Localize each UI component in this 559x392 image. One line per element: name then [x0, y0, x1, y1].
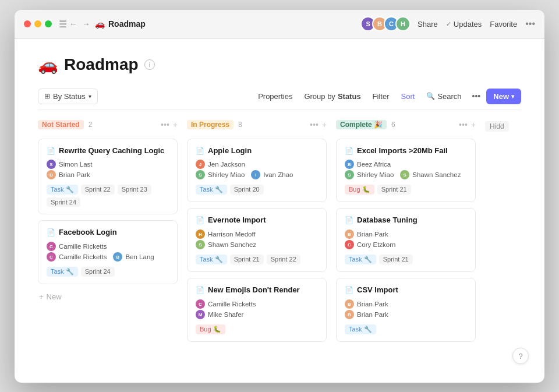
card-title: 📄 Evernote Import — [196, 216, 318, 225]
column-status-tag-in-progress: In Progress — [187, 120, 233, 129]
column-actions-not-started: ••• + — [161, 120, 178, 129]
card-title: 📄 Database Tuning — [345, 216, 467, 225]
filter-button[interactable]: Filter — [368, 89, 394, 104]
card-excel-imports[interactable]: 📄 Excel Imports >20Mb Fail B Beez Africa… — [336, 139, 476, 203]
person-avatar: S — [345, 170, 354, 179]
card-apple-login[interactable]: 📄 Apple Login J Jen Jackson S Shirley Mi… — [187, 139, 327, 203]
search-label: Search — [437, 92, 461, 101]
column-count-not-started: 2 — [89, 121, 93, 129]
properties-button[interactable]: Properties — [253, 89, 297, 104]
card-tags: Bug 🐛 — [196, 324, 318, 334]
plus-icon: + — [39, 292, 44, 301]
card-tags: Task 🔧 — [345, 324, 467, 334]
person-avatar: B — [345, 160, 354, 169]
sprint-tag: Sprint 22 — [81, 185, 115, 195]
person-name: Camille Ricketts — [59, 253, 107, 260]
group-by-button[interactable]: Group by Status — [299, 89, 365, 104]
titlebar-actions: Share ✓ Updates Favorite ••• — [418, 19, 535, 29]
avatar-4: H — [395, 16, 411, 31]
card-person-secondary: C Cory Etzkorn — [345, 240, 467, 249]
updates-button[interactable]: ✓ Updates — [446, 20, 482, 29]
new-chevron-icon: ▾ — [511, 93, 514, 100]
page-title: Roadmap — [64, 55, 139, 74]
minimize-button[interactable] — [34, 20, 41, 27]
chevron-down-icon: ▾ — [89, 93, 91, 100]
favorite-button[interactable]: Favorite — [490, 20, 517, 29]
person-name: Beez Africa — [357, 161, 391, 168]
card-tags: Bug 🐛 Sprint 21 — [345, 185, 467, 195]
column-actions-complete: ••• + — [459, 120, 476, 129]
add-new-label: New — [47, 292, 62, 301]
card-title-text: Database Tuning — [357, 216, 418, 225]
back-arrow-icon[interactable]: ← — [69, 19, 77, 29]
person-avatar: B — [345, 310, 354, 319]
card-title-text: Evernote Import — [208, 216, 266, 225]
maximize-button[interactable] — [45, 20, 52, 27]
document-icon: 📄 — [345, 216, 353, 225]
card-person-primary: S Simon Last — [47, 160, 169, 169]
card-title: 📄 CSV Import — [345, 285, 467, 295]
sort-label: Sort — [401, 92, 415, 101]
person-avatar: C — [47, 252, 56, 262]
app-window: ☰ ← → 🚗 Roadmap S B C H Share ✓ Updates … — [15, 10, 544, 383]
column-not-started: Not Started 2 ••• + 📄 Rewrite Query Cach… — [38, 119, 178, 304]
forward-arrow-icon[interactable]: → — [82, 19, 90, 29]
document-icon: 📄 — [196, 216, 204, 225]
column-more-icon[interactable]: ••• — [161, 120, 169, 129]
task-tag: Task 🔧 — [345, 255, 376, 264]
card-person-primary: H Harrison Medoff — [196, 229, 318, 239]
add-new-row[interactable]: + New — [38, 290, 178, 303]
by-status-button[interactable]: ⊞ By Status ▾ — [38, 89, 98, 104]
person-avatar: H — [196, 229, 205, 239]
card-rewrite-query[interactable]: 📄 Rewrite Query Caching Logic S Simon La… — [38, 139, 178, 215]
column-header-in-progress: In Progress 8 ••• + — [187, 119, 327, 133]
info-icon[interactable]: i — [144, 59, 155, 70]
card-people: B Beez Africa S Shirley Miao S Shawn San… — [345, 160, 467, 179]
person-name: Shirley Miao — [208, 171, 245, 178]
card-database-tuning[interactable]: 📄 Database Tuning B Brian Park C Cory Et… — [336, 208, 476, 272]
column-more-icon[interactable]: ••• — [310, 120, 319, 129]
card-title: 📄 Apple Login — [196, 146, 318, 156]
person-name: Simon Last — [59, 161, 93, 168]
help-button[interactable]: ? — [512, 348, 529, 364]
card-title-text: Facebook Login — [59, 228, 117, 238]
column-add-icon[interactable]: + — [322, 120, 327, 129]
card-people: B Brian Park B Brian Park — [345, 299, 467, 319]
close-button[interactable] — [24, 20, 31, 27]
check-icon: ✓ — [446, 20, 451, 28]
bug-tag: Bug 🐛 — [196, 324, 225, 334]
card-title-text: CSV Import — [357, 285, 398, 295]
card-person-primary: B Brian Park — [345, 299, 467, 309]
card-facebook-login[interactable]: 📄 Facebook Login C Camille Ricketts C Ca… — [38, 220, 178, 284]
card-csv-import[interactable]: 📄 CSV Import B Brian Park B Brian Park — [336, 278, 476, 342]
header-emoji: 🚗 — [38, 55, 58, 75]
toolbar-left: ⊞ By Status ▾ — [38, 89, 98, 104]
task-tag: Task 🔧 — [47, 185, 78, 195]
share-button[interactable]: Share — [418, 20, 438, 29]
navigation-arrows: ← → — [69, 19, 90, 29]
card-evernote-import[interactable]: 📄 Evernote Import H Harrison Medoff S Sh… — [187, 208, 327, 272]
sprint-tag: Sprint 21 — [230, 255, 264, 264]
column-add-icon[interactable]: + — [173, 120, 178, 129]
card-people-row: S Shirley Miao S Shawn Sanchez — [345, 170, 467, 179]
more-options-icon[interactable]: ••• — [525, 19, 535, 29]
new-button[interactable]: New ▾ — [486, 89, 521, 104]
column-add-icon[interactable]: + — [471, 120, 476, 129]
toolbar-more-icon[interactable]: ••• — [469, 89, 484, 104]
group-by-text: Group by — [304, 92, 335, 101]
card-person-primary: C Camille Ricketts — [196, 299, 318, 309]
column-status-tag-not-started: Not Started — [38, 120, 84, 129]
card-person-secondary: S Shawn Sanchez — [196, 240, 318, 249]
search-button[interactable]: 🔍 Search — [422, 89, 466, 104]
column-count-complete: 6 — [391, 121, 395, 129]
card-people-row: C Camille Ricketts B Ben Lang — [47, 252, 169, 262]
card-new-emojis[interactable]: 📄 New Emojis Don't Render C Camille Rick… — [187, 278, 327, 342]
card-people: H Harrison Medoff S Shawn Sanchez — [196, 229, 318, 249]
person-avatar: C — [345, 240, 354, 249]
menu-icon[interactable]: ☰ — [59, 19, 67, 30]
card-person-primary: B Beez Africa — [345, 160, 467, 169]
column-more-icon[interactable]: ••• — [459, 120, 468, 129]
sort-button[interactable]: Sort — [397, 89, 420, 104]
page-name: Roadmap — [108, 19, 146, 29]
traffic-lights — [24, 20, 52, 27]
